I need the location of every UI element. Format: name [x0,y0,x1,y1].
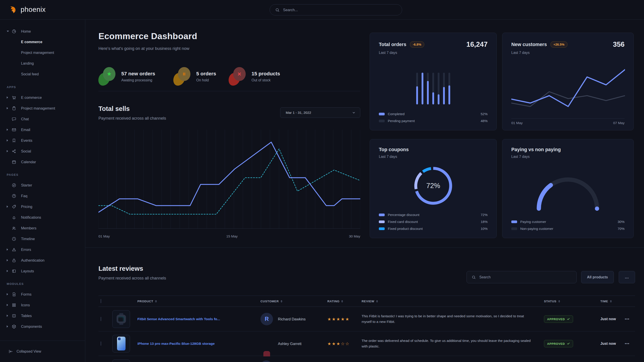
sidebar-item-faq[interactable]: Faq [0,191,85,201]
table-row[interactable] [98,356,635,362]
sidebar-item-events[interactable]: Events [0,135,85,146]
sidebar-item-notifications[interactable]: Notifications [0,212,85,223]
column-header-customer[interactable]: CUSTOMER [260,300,282,303]
sidebar-item-project-management[interactable]: Project management [0,103,85,114]
page-subtitle: Here's what's going on at your business … [98,46,360,51]
users-icon [12,226,19,231]
sidebar-item-home[interactable]: Home [0,26,85,37]
global-search[interactable] [270,4,402,15]
lock-icon [12,258,19,263]
legend-item: Pending payment48% [379,117,488,124]
sidebar-item-members[interactable]: Members [0,223,85,233]
page-title: Ecommerce Dashboard [98,31,360,41]
total-orders-legend: Completed52% Pending payment48% [379,110,488,124]
legend-item: Paying customer30% [511,218,624,225]
all-products-button[interactable]: All products [581,271,614,283]
column-header-rating[interactable]: RATING [327,300,343,303]
card-caption: Last 7 days [379,51,488,55]
sidebar-item-tables[interactable]: Tables [0,310,85,321]
caret-right-icon [7,129,12,131]
avatar [260,361,272,362]
column-header-product[interactable]: PRODUCT [138,300,157,303]
sidebar-item-e-commerce[interactable]: E commerce [0,37,85,47]
paying-vs-nonpaying-card: Paying vs non paying Last 7 days Paying … [502,139,634,238]
product-link[interactable]: Fitbit Sense Advanced Smartwatch with To… [138,317,220,321]
sidebar-item-e-commerce[interactable]: E commerce [0,92,85,103]
customer-name: Ashley Garrett [278,342,302,346]
table-row[interactable]: Fitbit Sense Advanced Smartwatch with To… [98,307,635,331]
reviews-search[interactable] [466,271,577,283]
sidebar-section-modules: MODULES [7,282,85,287]
section-divider [85,248,644,248]
layout-icon [12,269,19,274]
legend-item: Non-paying customer70% [511,225,624,232]
box-icon [12,324,19,329]
total-orders-value: 16,247 [466,40,488,48]
share-icon [12,149,19,154]
sidebar-item-icons[interactable]: Icons [0,300,85,310]
review-time: Just now [600,342,616,346]
sidebar-item-timeline[interactable]: Timeline [0,233,85,244]
sidebar-item-starter[interactable]: Starter [0,180,85,191]
select-all-checkbox[interactable] [101,299,101,303]
sidebar-item-errors[interactable]: Errors [0,244,85,255]
columns-icon [12,314,19,318]
order-bar [438,73,440,104]
row-menu-button[interactable]: ••• [625,317,630,321]
total-sells-chart[interactable] [98,130,360,233]
sidebar-item-forms[interactable]: Forms [0,289,85,300]
sidebar-item-project-management[interactable]: Project management [0,47,85,58]
order-bar [427,73,429,104]
donut-center-value: 72% [411,163,456,208]
sidebar-item-chat[interactable]: Chat [0,114,85,124]
paying-legend: Paying customer30% Non-paying customer70… [511,218,624,232]
caret-right-icon [7,259,12,261]
product-thumbnail [112,335,130,353]
sidebar-item-email[interactable]: Email [0,124,85,135]
row-checkbox[interactable] [101,317,101,321]
sort-icon [280,300,282,302]
sidebar-item-calendar[interactable]: Calendar [0,156,85,167]
rating-stars: ★★★☆☆ [327,341,350,346]
row-menu-button[interactable]: ••• [625,342,630,346]
status-badge: APPROVED [544,315,573,323]
card-title: Paying vs non paying [511,147,561,152]
sidebar-item-layouts[interactable]: Layouts [0,266,85,276]
stats-row: 57 new orders Awating processing 5 order… [98,67,360,89]
caret-right-icon [7,206,12,208]
stat-x: 15 products Out of stock [229,67,280,86]
legend-item: Fixed product discount10% [379,225,488,232]
sidebar-section-pages: PAGES [7,173,85,178]
search-input[interactable] [283,8,396,12]
column-header-review[interactable]: REVIEW [362,300,378,303]
reviews-menu-button[interactable]: ... [619,271,635,283]
sidebar-section-apps: APPS [7,85,85,90]
new-customers-line-chart [511,63,625,115]
sidebar-item-authentication[interactable]: Authentication [0,255,85,266]
column-header-time[interactable]: TIME [600,300,612,303]
caret-right-icon [7,315,12,317]
sidebar-item-social[interactable]: Social [0,146,85,156]
product-link[interactable]: iPhone 13 pro max-Pacific Blue-128GB sto… [138,342,214,346]
caret-right-icon [7,150,12,152]
column-header-status[interactable]: STATUS [544,300,560,303]
date-range-select[interactable]: Mar 1 - 31, 2022 [280,107,360,118]
paying-gauge-chart [530,171,606,212]
divider [98,91,360,91]
sort-icon [558,300,560,302]
sort-icon [610,300,612,302]
sidebar-item-components[interactable]: Components [0,321,85,332]
brand[interactable]: phoenix [8,5,46,14]
collapse-arrow-icon [8,349,13,354]
table-row[interactable]: iPhone 13 pro max-Pacific Blue-128GB sto… [98,331,635,356]
card-caption: Last 7 days [511,51,624,55]
sidebar-item-pricing[interactable]: Pricing [0,201,85,212]
top-coupons-donut-chart: 72% [411,163,456,208]
reviews-search-input[interactable] [479,275,572,279]
sidebar-item-social-feed[interactable]: Social feed [0,69,85,80]
sidebar-item-landing[interactable]: Landing [0,58,85,69]
collapsed-view-toggle[interactable]: Collapsed View [0,341,85,362]
change-badge: +26.5% [550,41,568,48]
caret-down-icon [7,31,12,32]
row-checkbox[interactable] [101,342,101,346]
